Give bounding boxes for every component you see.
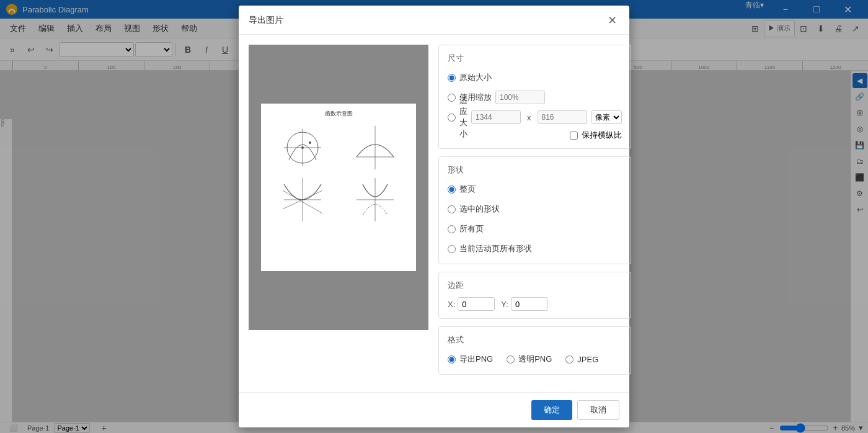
zoom-input[interactable] [495,91,545,104]
transparent-png-label[interactable]: 透明PNG [518,354,552,365]
whole-page-label[interactable]: 整页 [459,184,476,195]
fit-size-row: 适应大小 x 像素 [448,110,622,125]
current-page-row: 当前活动页所有形状 [448,241,622,256]
preview-image: 函数示意图 [249,45,428,330]
keep-ratio-row: 保持横纵比 [448,130,622,141]
selected-shapes-radio[interactable] [448,205,456,213]
preview-diagrams [267,123,410,225]
margin-row: X: Y: [448,297,622,311]
preview-diagram-1 [267,123,337,172]
preview-paper: 函数示意图 [261,104,416,271]
whole-page-row: 整页 [448,182,622,197]
jpeg-label[interactable]: JPEG [577,355,598,364]
preview-diagram-label: 函数示意图 [325,110,353,118]
confirm-button[interactable]: 确定 [531,400,572,420]
svg-point-6 [301,146,304,149]
current-page-radio[interactable] [448,245,456,253]
format-row: 导出PNG 透明PNG JPEG [448,352,622,367]
dialog-body: 函数示意图 [239,35,629,392]
size-section: 尺寸 原始大小 使用缩放 适应大小 x [438,45,631,149]
transparent-png-radio[interactable] [507,355,515,364]
all-pages-row: 所有页 [448,221,622,236]
use-zoom-row: 使用缩放 [448,90,622,105]
format-section-title: 格式 [448,334,622,346]
size-section-title: 尺寸 [448,53,622,64]
selected-shapes-row: 选中的形状 [448,202,622,216]
margin-x-label: X: [448,300,455,309]
export-png-label[interactable]: 导出PNG [459,354,493,365]
current-page-label[interactable]: 当前活动页所有形状 [459,243,532,254]
shape-section-title: 形状 [448,164,622,176]
margin-x-field: X: [448,297,495,311]
original-size-label[interactable]: 原始大小 [459,72,492,83]
use-zoom-radio[interactable] [448,94,456,102]
jpeg-radio[interactable] [565,355,574,364]
dialog-title: 导出图片 [249,15,283,26]
keep-ratio-label[interactable]: 保持横纵比 [582,130,622,141]
margin-x-input[interactable] [458,297,495,311]
all-pages-label[interactable]: 所有页 [459,223,484,234]
dialog-footer: 确定 取消 [239,392,629,427]
whole-page-radio[interactable] [448,185,456,194]
shape-section: 形状 整页 选中的形状 所有页 当前活动页所有 [438,156,631,264]
margin-section-title: 边距 [448,280,622,291]
dialog-close-button[interactable]: ✕ [604,13,619,28]
svg-point-7 [309,141,311,144]
modal-overlay: 导出图片 ✕ 函数示意图 [0,0,868,433]
margin-y-label: Y: [501,300,508,309]
fit-size-label[interactable]: 适应大小 [459,95,467,140]
settings-pane: 尺寸 原始大小 使用缩放 适应大小 x [438,45,631,382]
keep-ratio-checkbox[interactable] [570,132,578,140]
selected-shapes-label[interactable]: 选中的形状 [459,203,500,215]
dialog-header: 导出图片 ✕ [239,6,629,35]
cross-label: x [527,113,531,122]
preview-pane: 函数示意图 [249,45,428,382]
original-size-row: 原始大小 [448,70,622,85]
margin-section: 边距 X: Y: [438,272,631,319]
export-png-radio[interactable] [448,355,456,364]
margin-y-input[interactable] [511,297,548,311]
width-input[interactable] [471,110,521,124]
unit-select[interactable]: 像素 [591,110,622,124]
export-dialog: 导出图片 ✕ 函数示意图 [239,6,629,427]
margin-y-field: Y: [501,297,548,311]
all-pages-radio[interactable] [448,225,456,233]
height-input[interactable] [538,110,587,124]
preview-diagram-3 [267,175,337,225]
original-size-radio[interactable] [448,74,456,82]
format-section: 格式 导出PNG 透明PNG JPEG [438,326,631,375]
preview-diagram-4 [340,175,410,225]
cancel-button[interactable]: 取消 [577,400,619,420]
preview-diagram-2 [340,123,410,172]
fit-size-radio[interactable] [448,114,456,122]
